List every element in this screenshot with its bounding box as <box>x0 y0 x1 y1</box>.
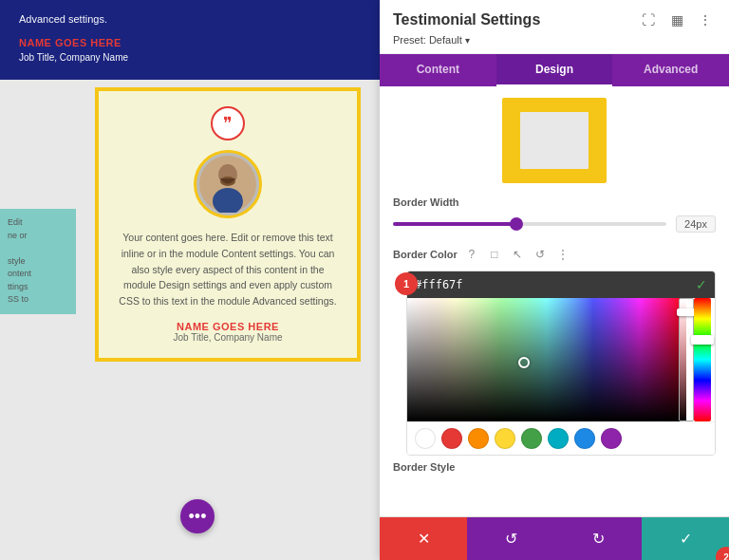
black-overlay <box>407 298 686 421</box>
tab-advanced[interactable]: Advanced <box>612 54 729 86</box>
hex-input[interactable] <box>415 278 688 291</box>
settings-panel: Testimonial Settings ⛶ ▦ ⋮ Preset: Defau… <box>380 0 729 560</box>
redo-icon: ↻ <box>592 530 605 548</box>
avatar-image <box>199 156 256 213</box>
question-icon[interactable]: ? <box>463 246 480 263</box>
color-swatches <box>407 421 715 455</box>
swatch-blue[interactable] <box>574 428 595 449</box>
quote-badge: ❞ <box>211 106 245 140</box>
monitor-icon[interactable]: □ <box>486 246 503 263</box>
undo-color-icon[interactable]: ↺ <box>532 246 549 263</box>
swatch-white[interactable] <box>415 428 436 449</box>
fullscreen-icon[interactable]: ⛶ <box>638 9 659 30</box>
border-width-slider-track[interactable] <box>393 222 666 226</box>
settings-header: Testimonial Settings ⛶ ▦ ⋮ Preset: Defau… <box>380 0 729 54</box>
avatar-circle <box>194 150 262 218</box>
spectrum-cursor[interactable] <box>518 357 530 368</box>
columns-icon[interactable]: ▦ <box>666 9 687 30</box>
opacity-thumb[interactable] <box>677 308 696 316</box>
border-color-label: Border Color <box>393 249 458 260</box>
bottom-toolbar: ✕ ↺ ↻ ✓ 2 <box>380 516 729 560</box>
card-top-subtitle: Job Title, Company Name <box>19 50 361 65</box>
settings-body[interactable]: Border Width 24px Border Color ? □ ↖ ↺ ⋮… <box>380 86 729 516</box>
undo-button[interactable]: ↺ <box>467 517 554 560</box>
swatch-yellow[interactable] <box>495 428 515 449</box>
more-color-icon[interactable]: ⋮ <box>554 246 571 263</box>
color-spectrum[interactable] <box>407 298 715 421</box>
border-width-value[interactable]: 24px <box>676 215 716 233</box>
swatch-red[interactable] <box>441 428 462 449</box>
cancel-button[interactable]: ✕ <box>380 517 467 560</box>
card-top-body: Advanced settings. <box>19 11 361 28</box>
badge-1: 1 <box>395 272 418 295</box>
border-style-label: Border Style <box>393 456 716 476</box>
card-middle-name: NAME GOES HERE <box>114 321 342 332</box>
cursor-icon[interactable]: ↖ <box>509 246 526 263</box>
border-width-slider-row: 24px <box>393 215 716 233</box>
border-preview-container <box>393 98 716 183</box>
hue-thumb[interactable] <box>691 335 714 345</box>
slider-thumb[interactable] <box>510 217 523 231</box>
settings-title: Testimonial Settings <box>393 11 540 28</box>
header-icons: ⛶ ▦ ⋮ <box>638 9 716 30</box>
redo-button[interactable]: ↻ <box>554 517 642 560</box>
color-input-row: ✓ <box>407 271 715 298</box>
card-middle-wrapper: ❞ Your content goes here. Edit or remove… <box>76 87 380 362</box>
color-check-icon[interactable]: ✓ <box>696 277 707 292</box>
settings-title-row: Testimonial Settings ⛶ ▦ ⋮ <box>393 9 716 30</box>
border-preview-inner <box>520 112 589 169</box>
swatch-green[interactable] <box>521 428 542 449</box>
card-middle-body: Your content goes here. Edit or remove t… <box>114 230 342 309</box>
card-top: Advanced settings. NAME GOES HERE Job Ti… <box>0 0 380 80</box>
fab-button[interactable]: ••• <box>180 499 215 533</box>
tab-content[interactable]: Content <box>380 54 496 86</box>
confirm-icon: ✓ <box>680 530 692 548</box>
border-width-label: Border Width <box>393 196 716 208</box>
more-icon[interactable]: ⋮ <box>695 9 716 30</box>
left-panel: Advanced settings. NAME GOES HERE Job Ti… <box>0 0 380 560</box>
card-middle: ❞ Your content goes here. Edit or remove… <box>95 87 361 362</box>
tabs-row: Content Design Advanced <box>380 54 729 86</box>
badge-2: 2 <box>716 547 729 560</box>
preset-row[interactable]: Preset: Default ▾ <box>393 34 716 46</box>
color-picker-wrapper: 1 ✓ <box>406 271 716 456</box>
hue-slider[interactable] <box>694 298 711 421</box>
border-preview-outer <box>502 98 607 183</box>
preset-arrow: ▾ <box>465 35 470 46</box>
preset-label: Preset: Default <box>393 34 462 46</box>
swatch-teal[interactable] <box>548 428 569 449</box>
color-picker[interactable]: ✓ <box>406 271 716 456</box>
fab-icon: ••• <box>189 507 207 527</box>
slider-fill <box>393 222 516 226</box>
swatch-orange[interactable] <box>468 428 489 449</box>
border-color-label-row: Border Color ? □ ↖ ↺ ⋮ <box>393 246 716 263</box>
cancel-icon: ✕ <box>418 530 430 548</box>
opacity-slider[interactable] <box>679 298 694 421</box>
undo-icon: ↺ <box>505 530 517 548</box>
card-middle-subtitle: Job Title, Company Name <box>114 332 342 343</box>
card-left-partial: Edit ne or style ontent ttings SS to <box>0 209 76 314</box>
card-top-name: NAME GOES HERE <box>19 35 361 51</box>
swatch-purple[interactable] <box>601 428 622 449</box>
confirm-button[interactable]: ✓ 2 <box>642 517 729 560</box>
tab-design[interactable]: Design <box>496 54 613 86</box>
